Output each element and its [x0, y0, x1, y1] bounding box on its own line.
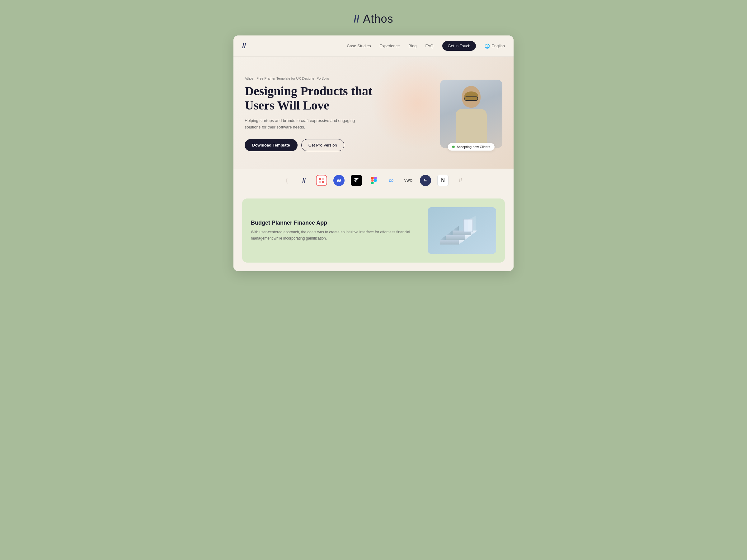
logo-partial-left: ⟨ — [281, 175, 292, 186]
hero-buttons: Download Template Get Pro Version — [244, 139, 374, 151]
hero-content: Athos - Free Framer Template for UX Desi… — [244, 77, 374, 152]
logo-infinity: ∞ — [386, 175, 397, 186]
hero-subtitle: Athos - Free Framer Template for UX Desi… — [244, 77, 374, 80]
person-glasses — [464, 97, 478, 101]
navbar: // Case Studies Experience Blog FAQ Get … — [233, 35, 514, 57]
case-study-card: Budget Planner Finance App With user-cen… — [242, 198, 505, 263]
logo-framer — [351, 175, 362, 186]
svg-point-9 — [374, 179, 377, 182]
hero-description: Helping startups and brands to craft exp… — [244, 117, 363, 131]
top-bar: // Athos — [354, 12, 393, 26]
nav-faq[interactable]: FAQ — [426, 44, 434, 48]
top-logo-icon: // — [354, 14, 360, 25]
svg-marker-5 — [354, 181, 356, 183]
case-title: Budget Planner Finance App — [251, 220, 421, 226]
status-badge: Accepting new Clients — [448, 143, 495, 151]
logo-figma — [368, 175, 380, 186]
logo-small-right: // — [455, 175, 466, 186]
svg-rect-7 — [374, 177, 377, 179]
svg-rect-2 — [319, 181, 321, 183]
nav-blog[interactable]: Blog — [409, 44, 417, 48]
hero-title: Designing Products that Users Will Love — [244, 84, 374, 113]
nav-language-selector[interactable]: 🌐 English — [485, 44, 505, 49]
case-study-section: Budget Planner Finance App With user-cen… — [233, 192, 514, 271]
case-content: Budget Planner Finance App With user-cen… — [251, 220, 421, 241]
logo-webflow: W — [333, 175, 344, 186]
logo-notion: N — [437, 175, 448, 186]
case-study-image — [428, 207, 496, 254]
nav-logo-icon: // — [242, 42, 246, 50]
hero-section: Athos - Free Framer Template for UX Desi… — [233, 57, 514, 169]
logo-fathom: fa/ — [420, 175, 431, 186]
person-body — [456, 109, 487, 148]
get-pro-version-button[interactable]: Get Pro Version — [301, 139, 344, 151]
svg-marker-4 — [354, 178, 359, 181]
svg-marker-15 — [440, 240, 459, 244]
svg-rect-6 — [371, 177, 374, 179]
nav-lang-label: English — [491, 44, 505, 48]
status-dot-icon — [452, 145, 455, 148]
svg-rect-3 — [322, 181, 324, 183]
hero-title-line2: Users Will Love — [244, 98, 329, 112]
logo-square — [316, 175, 327, 186]
svg-rect-8 — [371, 179, 374, 182]
download-template-button[interactable]: Download Template — [244, 139, 298, 151]
nav-experience[interactable]: Experience — [380, 44, 400, 48]
hero-image-container: Accepting new Clients — [440, 80, 503, 148]
top-logo-text: Athos — [363, 12, 393, 26]
logo-athos: // — [299, 175, 310, 186]
logo-vwo: VWO — [403, 175, 414, 186]
person-head — [462, 86, 481, 108]
nav-links: Case Studies Experience Blog FAQ Get in … — [347, 41, 505, 51]
svg-rect-10 — [371, 182, 374, 184]
hero-portrait-image — [440, 80, 503, 148]
logos-strip: ⟨ // W ∞ VWO fa/ N // — [233, 169, 514, 192]
person-figure — [451, 86, 491, 148]
svg-rect-0 — [319, 178, 321, 180]
hero-title-line1: Designing Products that — [244, 84, 372, 98]
nav-get-in-touch-button[interactable]: Get in Touch — [442, 41, 476, 51]
nav-case-studies[interactable]: Case Studies — [347, 44, 371, 48]
status-badge-text: Accepting new Clients — [457, 145, 490, 149]
svg-marker-18 — [446, 235, 465, 240]
globe-icon: 🌐 — [485, 44, 490, 49]
svg-rect-1 — [322, 178, 324, 180]
browser-window: // Case Studies Experience Blog FAQ Get … — [233, 35, 514, 271]
case-description: With user-centered approach, the goals w… — [251, 229, 421, 241]
